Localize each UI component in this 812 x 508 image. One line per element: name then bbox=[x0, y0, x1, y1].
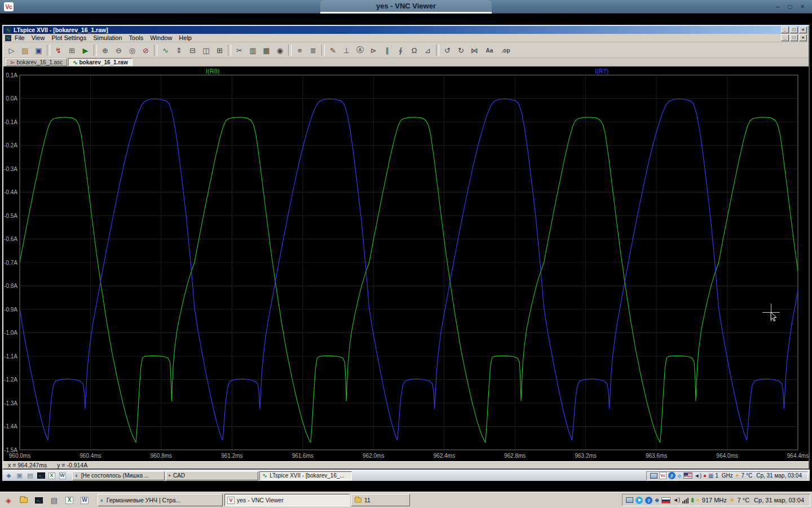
ltspice-close-button[interactable]: × bbox=[799, 27, 807, 33]
keyboard-layout-us-icon[interactable] bbox=[683, 472, 692, 479]
start-menu-icon[interactable]: ◈ bbox=[4, 471, 14, 480]
undo-button[interactable]: ↺ bbox=[441, 45, 454, 56]
taskbar-button-германиевые-унч-стра[interactable]: ◐Германиевые УНЧ | Стра... bbox=[98, 494, 223, 506]
volume-icon[interactable]: ◄) bbox=[694, 473, 701, 479]
zoom-out-button[interactable]: ⊖ bbox=[112, 45, 125, 56]
mdi-restore-button[interactable]: □ bbox=[790, 34, 798, 41]
drop-icon[interactable]: ◆ bbox=[655, 497, 659, 503]
taskbar-button-11[interactable]: 11 bbox=[351, 494, 410, 506]
host-clock[interactable]: Ср, 31 мар, 03:04 bbox=[752, 497, 806, 503]
taskbar-button-yes-vnc-viewer[interactable]: Vyes - VNC Viewer bbox=[224, 494, 350, 506]
ltspice-titlebar[interactable]: ∿ LTspice XVII - [bokarev_16_1.raw] _ □ … bbox=[3, 26, 809, 34]
tab-bokarev-16-1-asc[interactable]: ⊳bokarev_16_1.asc bbox=[6, 58, 67, 66]
spice-directive-button[interactable]: .op bbox=[498, 45, 514, 56]
start-menu-icon[interactable]: ◈ bbox=[2, 493, 15, 507]
run-button[interactable]: ▶ bbox=[79, 45, 92, 56]
autorange-y-button[interactable]: ⇕ bbox=[173, 45, 186, 56]
excel-icon[interactable]: X bbox=[47, 471, 56, 480]
capacitor-button[interactable]: ∥ bbox=[381, 45, 394, 56]
mirror-button[interactable]: ⋈ bbox=[468, 45, 481, 56]
save-button[interactable]: ▣ bbox=[32, 45, 45, 56]
menu-simulation[interactable]: Simulation bbox=[90, 34, 125, 42]
new-schematic-button[interactable]: ▷ bbox=[5, 45, 18, 56]
vnc-titlebar[interactable]: Vc yes - VNC Viewer – □ × bbox=[0, 0, 812, 14]
notification-icon[interactable]: ● bbox=[703, 473, 707, 479]
schematic-icon: ⊳ bbox=[10, 59, 15, 65]
diode-button[interactable]: ⊳ bbox=[367, 45, 380, 56]
paste-button[interactable]: ▦ bbox=[260, 45, 273, 56]
menu-tools[interactable]: Tools bbox=[126, 34, 147, 42]
net-label-button[interactable]: Ⓐ bbox=[354, 45, 367, 56]
sync-panes-button[interactable]: ⊞ bbox=[213, 45, 226, 56]
trace-i-r7[interactable] bbox=[20, 99, 804, 440]
ltspice-restore-button[interactable]: □ bbox=[790, 27, 798, 33]
excel-icon[interactable]: X bbox=[63, 493, 76, 507]
print-button[interactable]: ≡ bbox=[293, 45, 306, 56]
signal-icon[interactable] bbox=[682, 497, 689, 503]
probe-button[interactable]: ↯ bbox=[52, 45, 65, 56]
copy-button[interactable]: ▥ bbox=[246, 45, 259, 56]
printer-icon[interactable]: ▤ bbox=[47, 493, 61, 507]
menu-window[interactable]: Window bbox=[147, 34, 175, 42]
waveform-plot[interactable]: 960.0ms960.4ms960.8ms961.2ms961.6ms962.0… bbox=[3, 67, 809, 462]
terminal-icon[interactable] bbox=[32, 493, 46, 507]
show-desktop-icon[interactable]: ▣ bbox=[15, 471, 24, 480]
cut-button[interactable]: ✂ bbox=[233, 45, 246, 56]
tab-bokarev-16-1-raw[interactable]: ∿bokarev_16_1.raw bbox=[68, 58, 133, 66]
volume-icon[interactable]: ◄) bbox=[673, 497, 680, 503]
memory-icon[interactable]: ▦ bbox=[708, 473, 713, 479]
control-panel-button[interactable]: ⊞ bbox=[65, 45, 78, 56]
mdi-close-button[interactable]: × bbox=[799, 34, 807, 41]
trace-i-r8[interactable] bbox=[20, 117, 806, 443]
vnc-server-icon[interactable]: Vc bbox=[659, 472, 667, 479]
telegram-icon[interactable] bbox=[636, 497, 643, 504]
waveform-viewer[interactable]: 960.0ms960.4ms960.8ms961.2ms961.6ms962.0… bbox=[3, 67, 809, 462]
menu-help[interactable]: Help bbox=[175, 34, 195, 42]
battery-icon[interactable]: ▮ bbox=[691, 497, 694, 503]
tile-panes-button[interactable]: ◫ bbox=[200, 45, 213, 56]
vnc-maximize-button[interactable]: □ bbox=[785, 2, 795, 12]
file-manager-icon[interactable] bbox=[17, 493, 30, 507]
bluetooth-icon[interactable]: β bbox=[668, 472, 676, 479]
file-manager-icon[interactable]: ▤ bbox=[25, 471, 35, 480]
display-icon[interactable] bbox=[650, 473, 657, 479]
wire-button[interactable]: ✎ bbox=[326, 45, 339, 56]
drop-icon[interactable]: ◆ bbox=[677, 473, 682, 479]
plot-settings-button[interactable]: ∿ bbox=[159, 45, 172, 56]
resistor-button[interactable]: Ω bbox=[408, 45, 421, 56]
bluetooth-icon[interactable]: β bbox=[645, 497, 652, 504]
remote-clock[interactable]: Ср, 31 мар, 03:04 bbox=[754, 472, 804, 479]
zoom-full-extents-button[interactable]: ◎ bbox=[126, 45, 139, 56]
zoom-in-button[interactable]: ⊕ bbox=[99, 45, 112, 56]
display-icon[interactable] bbox=[626, 497, 633, 503]
vnc-title-tab: yes - VNC Viewer bbox=[320, 0, 492, 14]
open-button[interactable]: ▨ bbox=[19, 45, 32, 56]
menu-view[interactable]: View bbox=[28, 34, 48, 42]
vnc-minimize-button[interactable]: – bbox=[773, 2, 783, 12]
keyboard-layout-ru-icon[interactable] bbox=[661, 497, 670, 503]
brightness-icon[interactable]: ● bbox=[696, 497, 700, 503]
word-icon[interactable]: W bbox=[78, 493, 91, 507]
zoom-back-button[interactable]: ⊘ bbox=[139, 45, 152, 56]
menu-plot-settings[interactable]: Plot Settings bbox=[48, 34, 90, 42]
taskbar-button-ltspice-xvii-bokarev-16[interactable]: ∿LTspice XVII - [bokarev_16_... bbox=[259, 471, 352, 480]
inductor-button[interactable]: ∮ bbox=[394, 45, 407, 56]
svg-text:961.2ms: 961.2ms bbox=[221, 453, 242, 459]
terminal-icon[interactable] bbox=[36, 471, 46, 480]
mdi-minimize-button[interactable]: _ bbox=[781, 34, 789, 41]
trace-label-i-r8[interactable]: I(R8) bbox=[206, 68, 219, 75]
ground-button[interactable]: ⊥ bbox=[340, 45, 353, 56]
trace-label-i-r7[interactable]: I(R7) bbox=[595, 68, 608, 75]
add-plot-pane-button[interactable]: ⊟ bbox=[186, 45, 199, 56]
text-button[interactable]: Aa bbox=[482, 45, 497, 56]
ltspice-minimize-button[interactable]: _ bbox=[781, 27, 789, 33]
print-preview-button[interactable]: ≣ bbox=[307, 45, 320, 56]
vnc-close-button[interactable]: × bbox=[797, 2, 807, 12]
redo-button[interactable]: ↻ bbox=[454, 45, 467, 56]
component-button[interactable]: ⊿ bbox=[421, 45, 434, 56]
taskbar-button-cad[interactable]: ▪CAD bbox=[166, 471, 258, 480]
word-icon[interactable]: W bbox=[58, 471, 67, 480]
find-button[interactable]: ◉ bbox=[273, 45, 286, 56]
menu-file[interactable]: File bbox=[11, 34, 28, 42]
taskbar-button-не-состоялось-мишка[interactable]: ◐[Не состоялось (Мишка ... bbox=[72, 471, 165, 480]
